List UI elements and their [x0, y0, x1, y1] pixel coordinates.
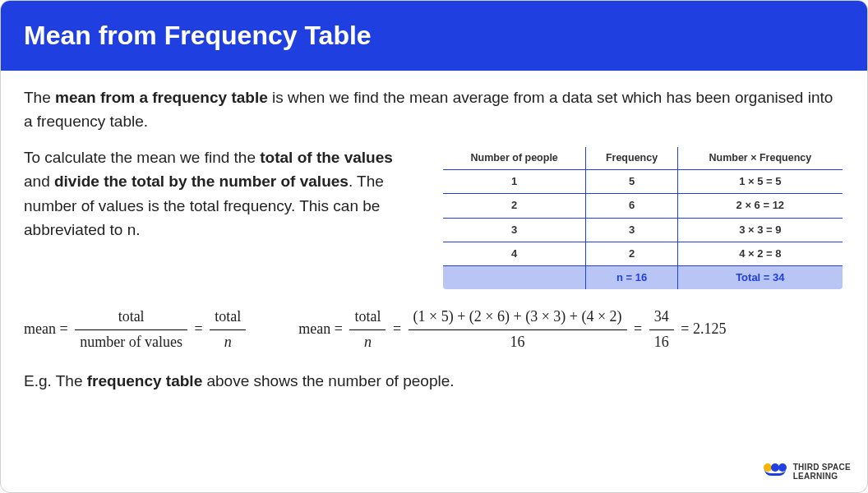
fraction: 34 16: [649, 306, 674, 354]
frequency-table: Number of people Frequency Number × Freq…: [441, 145, 844, 291]
fraction: (1 × 5) + (2 × 6) + (3 × 3) + (4 × 2) 16: [409, 306, 627, 354]
frequency-table-wrap: Number of people Frequency Number × Freq…: [441, 145, 844, 291]
th-product: Number × Frequency: [677, 146, 843, 170]
example-line: E.g. The frequency table above shows the…: [24, 369, 844, 393]
th-frequency: Frequency: [586, 146, 677, 170]
formula-worked: mean = total n = (1 × 5) + (2 × 6) + (3 …: [298, 306, 726, 354]
main-row: To calculate the mean we find the total …: [24, 145, 844, 291]
total-sum: Total = 34: [677, 265, 843, 290]
intro-pre: The: [24, 89, 55, 106]
brand-logo: THIRD SPACE LEARNING: [764, 463, 851, 481]
table-row: 4 2 4 × 2 = 8: [442, 242, 843, 265]
th-number: Number of people: [442, 146, 586, 170]
logo-text: THIRD SPACE LEARNING: [793, 463, 851, 481]
para-p1: To calculate the mean we find the: [24, 149, 260, 166]
table-row: 2 6 2 × 6 = 12: [442, 194, 843, 218]
fraction: total n: [210, 306, 246, 354]
page-title: Mean from Frequency Table: [24, 21, 844, 51]
intro-paragraph: The mean from a frequency table is when …: [24, 85, 844, 134]
content-area: The mean from a frequency table is when …: [1, 71, 867, 401]
total-n: n = 16: [586, 265, 677, 290]
table-totals-row: n = 16 Total = 34: [442, 265, 843, 290]
lesson-card: Mean from Frequency Table The mean from …: [0, 0, 868, 493]
fraction: total number of values: [75, 306, 187, 354]
table-header-row: Number of people Frequency Number × Freq…: [442, 146, 843, 170]
formula-row: mean = total number of values = total n …: [24, 306, 844, 354]
table-row: 3 3 3 × 3 = 9: [442, 218, 843, 242]
para-p2: and: [24, 173, 54, 190]
intro-bold: mean from a frequency table: [55, 89, 268, 106]
para-b1: total of the values: [260, 149, 393, 166]
formula-general: mean = total number of values = total n: [24, 306, 249, 354]
para-b2: divide the total by the number of values: [54, 173, 349, 190]
header-bar: Mean from Frequency Table: [1, 1, 867, 71]
explain-paragraph: To calculate the mean we find the total …: [24, 145, 418, 242]
table-row: 1 5 1 × 5 = 5: [442, 170, 843, 194]
logo-icon: [764, 463, 787, 480]
fraction: total n: [349, 306, 386, 354]
